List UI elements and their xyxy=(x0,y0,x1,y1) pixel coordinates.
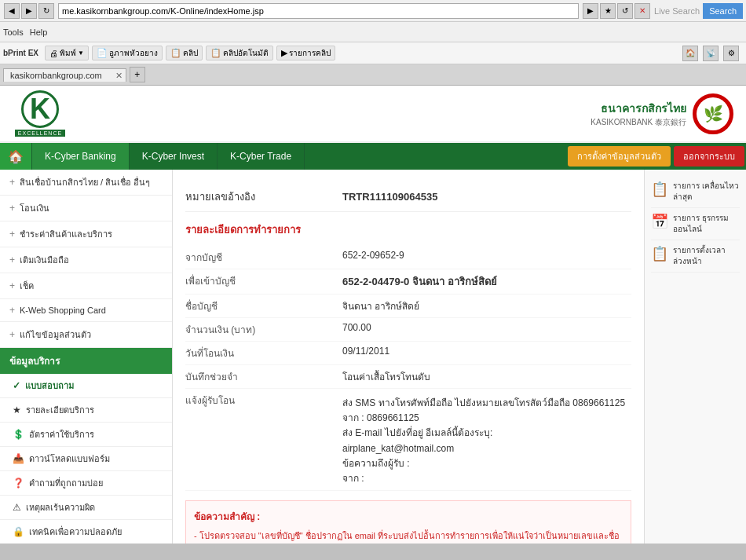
browser-tab[interactable]: kasikornbankgroup.com ✕ xyxy=(3,68,126,82)
sidebar-sub-reason[interactable]: ⚠ เหตุผลเร้นความผิด xyxy=(0,496,172,520)
bank-logo-circle: 🌿 xyxy=(693,93,733,134)
sidebar-item-loan-label: สินเชื่อบ้านกสิกรไทย / สินเชื่อ อื่นๆ xyxy=(20,175,150,189)
address-bar[interactable] xyxy=(58,3,579,19)
nav-logout-button[interactable]: ออกจากระบบ xyxy=(674,146,744,167)
chevron-down-icon: ▼ xyxy=(78,49,84,57)
bookmark-clip-label: คลิป xyxy=(183,47,198,59)
forward-button[interactable]: ▶ xyxy=(21,3,37,19)
detail-from-value: 652-2-09652-9 xyxy=(342,250,631,265)
new-tab-button[interactable]: + xyxy=(130,67,145,82)
detail-date-label: วันที่โอนเงิน xyxy=(185,346,342,361)
bookmark-clip[interactable]: 📋 คลิป xyxy=(166,46,203,60)
search-button-top[interactable]: Search xyxy=(703,3,743,19)
browser-nav-icons: 🏠 📡 ⚙ xyxy=(682,46,743,61)
sidebar-sub-faq[interactable]: ❓ คำถามที่ถูกถามบ่อย xyxy=(0,471,172,496)
refresh-button[interactable]: ↻ xyxy=(38,3,54,19)
nav-cyber-invest[interactable]: K-Cyber Invest xyxy=(130,143,218,170)
sidebar-item-transfer-label: โอนเงิน xyxy=(20,201,49,215)
detail-amount-label: จำนวนเงิน (บาท) xyxy=(185,322,342,337)
calendar-icon: 📅 xyxy=(651,213,668,230)
bookmark-auto-clip[interactable]: 📋 คลิปอัตโนมัติ xyxy=(206,46,273,60)
right-sidebar: 📋 รายการ เคลื่อนไหวล่าสุด 📅 รายการ ธุรกร… xyxy=(644,170,746,544)
content-area: หมายเลขอ้างอิง TRTR111109064535 รายละเอี… xyxy=(173,170,644,544)
sidebar-item-transfer[interactable]: + โอนเงิน xyxy=(0,196,172,221)
important-title: ข้อความสำคัญ : xyxy=(194,509,623,524)
home-nav-icon[interactable]: 🏠 xyxy=(682,46,698,61)
toolbar-tools[interactable]: Tools xyxy=(3,27,24,37)
excellence-badge: EXCELLENCE xyxy=(15,130,65,137)
sidebar: + สินเชื่อบ้านกสิกรไทย / สินเชื่อ อื่นๆ … xyxy=(0,170,173,544)
faq-icon: ❓ xyxy=(13,478,24,489)
rss-icon[interactable]: 📡 xyxy=(703,46,719,61)
bank-logo-area: K EXCELLENCE xyxy=(13,92,68,135)
sidebar-sub-rate[interactable]: 💲 อัตราค่าใช้บริการ xyxy=(0,423,172,447)
sidebar-sub-survey[interactable]: ✓ แบบสอบถาม xyxy=(0,374,172,398)
detail-name-value: จินดนา อาริกษ์สิดย์ xyxy=(342,298,631,313)
detail-memo-label: บันทึกช่วยจำ xyxy=(185,369,342,384)
toolbar-help[interactable]: Help xyxy=(30,27,48,37)
check-icon: ✓ xyxy=(13,380,20,391)
right-sidebar-item-1[interactable]: 📋 รายการ เคลื่อนไหวล่าสุด xyxy=(651,176,740,208)
back-button[interactable]: ◀ xyxy=(4,3,20,19)
ref-label: หมายเลขอ้างอิง xyxy=(185,188,342,205)
favorites-button[interactable]: ★ xyxy=(600,3,616,19)
tab-bar: kasikornbankgroup.com ✕ + xyxy=(0,64,746,85)
sidebar-item-check[interactable]: + เช็ค xyxy=(0,273,172,299)
plus-icon: + xyxy=(9,329,15,340)
address-bar-row: ◀ ▶ ↻ ▶ ★ ↺ ✕ Live Search Search xyxy=(0,0,746,22)
sms-line-3: ส่ง E-mail ไปยังที่อยู่ อีเมลล์นี้ต้องระ… xyxy=(342,426,625,441)
detail-date-value: 09/11/2011 xyxy=(342,346,631,361)
sidebar-item-payment[interactable]: + ชำระค่าสินค้าและบริการ xyxy=(0,221,172,247)
sidebar-item-topup[interactable]: + เติมเงินมือถือ xyxy=(0,247,172,273)
detail-to-label: เพื่อเข้าบัญชี xyxy=(185,273,342,290)
go-button[interactable]: ▶ xyxy=(583,3,598,19)
bank-name-english: KASIKORNBANK 泰京銀行 xyxy=(591,117,686,128)
sidebar-item-loan[interactable]: + สินเชื่อบ้านกสิกรไทย / สินเชื่อ อื่นๆ xyxy=(0,170,172,196)
sidebar-sub-detail-label: รายละเอียดบริการ xyxy=(26,403,94,417)
section-title: รายละเอียดการทำรายการ xyxy=(185,221,631,238)
bookmark-header[interactable]: 📄 อูภาพหัวอยาง xyxy=(92,46,163,60)
bookmark-print[interactable]: 🖨 พิมพ์ ▼ xyxy=(45,46,89,60)
sidebar-sub-download[interactable]: 📥 ดาวน์โหลดแบบฟอร์ม xyxy=(0,447,172,471)
detail-amount-value: 700.00 xyxy=(342,322,631,337)
detail-row-to: เพื่อเข้าบัญชี 652-2-04479-0 จินดนา อาริ… xyxy=(185,269,631,295)
right-sidebar-text-3: รายการตั้งเวลา ล่วงหน้า xyxy=(673,245,740,267)
bookmark-clip-list[interactable]: ▶ รายการคลิป xyxy=(276,46,335,60)
sidebar-sub-security[interactable]: 🔒 เทคนิคเพื่อความปลอดภัย xyxy=(0,520,172,544)
sms-line-5: ข้อความถึงผู้รับ : xyxy=(342,456,625,471)
list-icon: 📋 xyxy=(651,245,668,262)
warning-icon: ⚠ xyxy=(13,502,21,513)
sidebar-item-edit-info[interactable]: + แก้ไขข้อมูลส่วนตัว xyxy=(0,322,172,348)
ref-number-row: หมายเลขอ้างอิง TRTR111109064535 xyxy=(185,182,631,212)
important-section: ข้อความสำคัญ : - โปรดตรวจสอบ "เลขที่บัญช… xyxy=(185,500,631,544)
right-sidebar-text-2: รายการ ธุรกรรมออนไลน์ xyxy=(673,213,740,235)
refresh-button2[interactable]: ↺ xyxy=(617,3,633,19)
sidebar-sub-detail[interactable]: ★ รายละเอียดบริการ xyxy=(0,398,172,423)
nav-home-button[interactable]: 🏠 xyxy=(0,143,32,170)
dollar-icon: 💲 xyxy=(13,429,24,440)
detail-to-value: 652-2-04479-0 จินดนา อาริกษ์สิดย์ xyxy=(342,273,631,290)
print-icon: 🖨 xyxy=(49,49,58,58)
detail-from-label: จากบัญชี xyxy=(185,250,342,265)
bank-header: K EXCELLENCE ธนาคารกสิกรไทย KASIKORNBANK… xyxy=(0,86,746,143)
tab-close-icon[interactable]: ✕ xyxy=(115,71,123,81)
nav-cyber-trade[interactable]: K-Cyber Trade xyxy=(218,143,305,170)
live-search-label: Live Search xyxy=(654,6,700,16)
k-logo: K EXCELLENCE xyxy=(13,92,68,135)
browser-chrome: ◀ ▶ ↻ ▶ ★ ↺ ✕ Live Search Search Tools H… xyxy=(0,0,746,86)
nav-settings-button[interactable]: การตั้งค่าข้อมูลส่วนตัว xyxy=(568,146,671,167)
toolbar-row: Tools Help xyxy=(0,22,746,42)
nav-cyber-banking[interactable]: K-Cyber Banking xyxy=(32,143,130,170)
right-sidebar-text-1: รายการ เคลื่อนไหวล่าสุด xyxy=(673,181,740,203)
auto-clip-icon: 📋 xyxy=(210,48,221,58)
sidebar-item-shopping[interactable]: + K-Web Shopping Card xyxy=(0,299,172,322)
settings-icon[interactable]: ⚙ xyxy=(723,46,739,61)
right-sidebar-item-3[interactable]: 📋 รายการตั้งเวลา ล่วงหน้า xyxy=(651,240,740,273)
sidebar-sub-download-label: ดาวน์โหลดแบบฟอร์ม xyxy=(29,452,110,466)
detail-row-memo: บันทึกช่วยจำ โอนค่าเสื้อโทรโทนดับ xyxy=(185,365,631,389)
home-icon: 🏠 xyxy=(8,149,24,164)
right-sidebar-item-2[interactable]: 📅 รายการ ธุรกรรมออนไลน์ xyxy=(651,208,740,240)
plus-icon: + xyxy=(9,280,15,291)
bookmark-clip-list-label: รายการคลิป xyxy=(289,47,331,59)
stop-button[interactable]: ✕ xyxy=(634,3,650,19)
